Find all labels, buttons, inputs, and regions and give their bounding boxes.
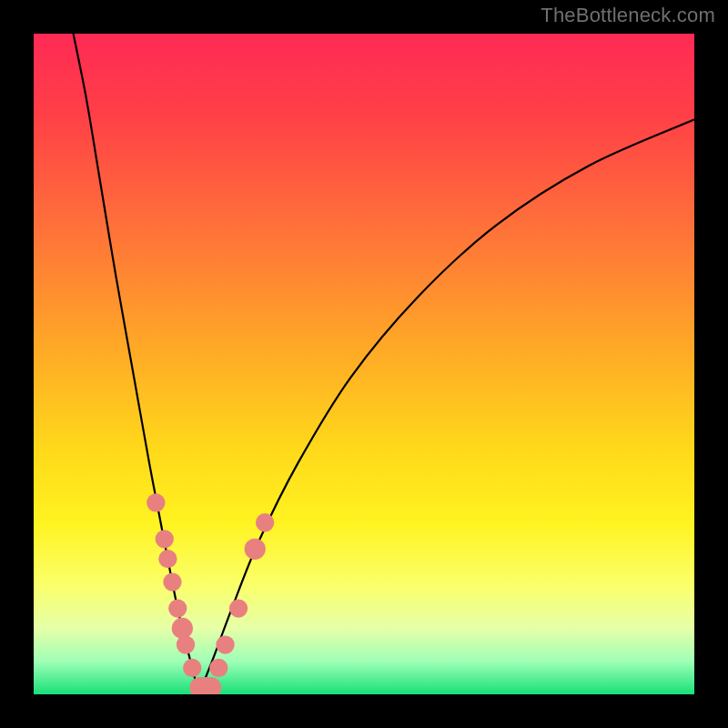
data-marker [168,599,187,617]
data-marker [147,493,165,511]
data-marker [158,550,177,568]
curve-left-branch [74,34,199,694]
data-marker [245,539,266,560]
data-marker [163,572,181,591]
data-marker [172,618,193,639]
curve-layer [34,34,694,694]
data-marker [183,659,201,677]
watermark-text: TheBottleneck.com [541,4,715,27]
curve-right-branch [199,119,695,694]
data-marker [216,635,234,653]
chart-frame: TheBottleneck.com [0,0,728,728]
data-marker [209,659,228,677]
data-marker [229,599,248,617]
data-marker [177,635,195,653]
data-marker [156,530,174,548]
plot-area [34,34,694,694]
data-marker [256,513,274,531]
